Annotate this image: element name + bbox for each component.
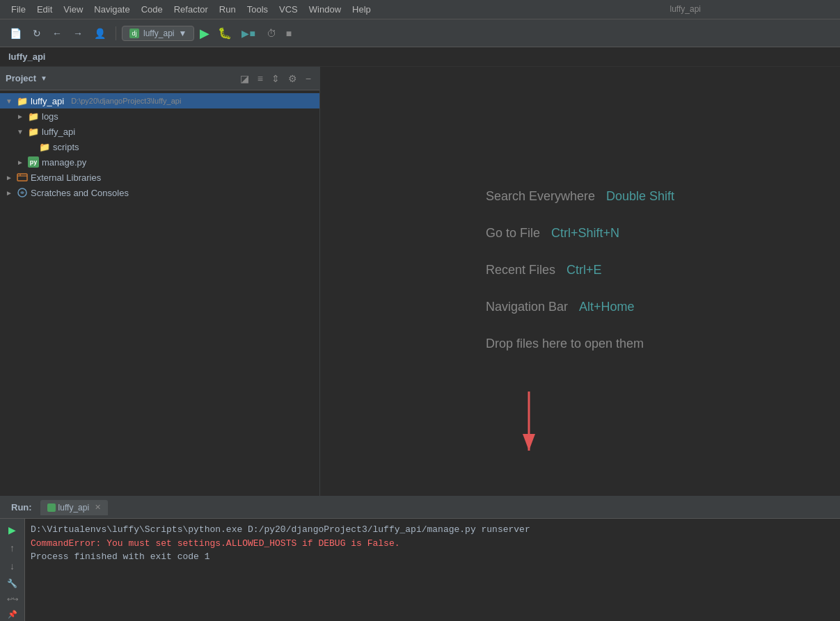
root-path: D:\py20\djangoProject3\luffy_api	[71, 97, 181, 105]
tree-ext-libs-item[interactable]: ► External Libraries	[0, 170, 319, 185]
scripts-folder-icon: 📁	[39, 141, 50, 152]
svg-rect-0	[17, 174, 27, 181]
luffy-folder-icon: 📁	[28, 126, 39, 137]
run-tab-luffy-api[interactable]: luffy_api ✕	[40, 500, 108, 515]
project-panel-title: Project	[6, 73, 36, 83]
sidebar-header-icons: ◪ ≡ ⇕ ⚙ −	[237, 72, 314, 86]
goto-file-label: Go to File	[486, 226, 540, 241]
drop-files-row: Drop files here to open them	[486, 337, 674, 351]
sidebar-scroll-icon[interactable]: ⇕	[269, 72, 283, 86]
menu-navigate[interactable]: Navigate	[88, 3, 135, 16]
sidebar-compact-icon[interactable]: ◪	[237, 72, 252, 86]
console-line-3: Process finished with exit code 1	[31, 550, 834, 564]
run-tab-django-icon	[47, 503, 56, 512]
goto-file-shortcut: Ctrl+Shift+N	[551, 226, 619, 241]
ext-libs-name: External Libraries	[31, 172, 101, 183]
run-config-chevron: ▼	[178, 29, 187, 38]
sidebar-equalize-icon[interactable]: ≡	[255, 72, 266, 86]
drop-files-text: Drop files here to open them	[486, 337, 644, 351]
soft-wrap-button[interactable]: ↩↪	[3, 592, 22, 606]
wrench-button[interactable]: 🔧	[3, 576, 22, 591]
logs-folder-icon: 📁	[28, 111, 39, 122]
forward-button[interactable]: →	[69, 25, 87, 42]
bottom-tab-bar: Run: luffy_api ✕	[0, 497, 840, 519]
root-name: luffy_api	[31, 96, 64, 106]
window-title-bar: luffy_api	[0, 47, 840, 67]
menu-edit[interactable]: Edit	[31, 3, 58, 16]
back-button[interactable]: ←	[48, 25, 66, 42]
debug-button[interactable]: 🐛	[215, 25, 235, 41]
editor-area: Search Everywhere Double Shift Go to Fil…	[320, 67, 840, 496]
tree-root-item[interactable]: ▼ 📁 luffy_api D:\py20\djangoProject3\luf…	[0, 93, 319, 108]
sidebar-close-icon[interactable]: −	[303, 72, 314, 86]
console-line-0: D:\Virtualenvs\luffy\Scripts\python.exe …	[31, 523, 834, 537]
menu-run[interactable]: Run	[214, 3, 241, 16]
menu-file[interactable]: File	[6, 3, 31, 16]
tree-manage-py-item[interactable]: ► py manage.py	[0, 154, 319, 170]
menu-help[interactable]: Help	[347, 3, 377, 16]
window-project-name: luffy_api	[8, 51, 45, 62]
scroll-down-button[interactable]: ↓	[3, 558, 22, 574]
root-chevron: ▼	[6, 97, 14, 105]
scratches-icon	[17, 187, 28, 198]
run-config-name: luffy_api	[143, 29, 174, 38]
tree-scripts-item[interactable]: ► 📁 scripts	[0, 139, 319, 154]
red-arrow-indicator	[487, 385, 571, 468]
new-file-button[interactable]: 📄	[6, 25, 26, 42]
project-tree: ▼ 📁 luffy_api D:\py20\djangoProject3\luf…	[0, 90, 319, 203]
nav-bar-shortcut: Alt+Home	[579, 300, 635, 314]
console-output: D:\Virtualenvs\luffy\Scripts\python.exe …	[0, 519, 840, 621]
vcs-button[interactable]: 👤	[90, 25, 110, 42]
menu-view[interactable]: View	[58, 3, 88, 16]
scratches-chevron: ►	[6, 189, 14, 197]
manage-py-name: manage.py	[42, 157, 86, 168]
luffy-chevron: ▼	[17, 128, 25, 136]
run-button[interactable]: ▶	[197, 24, 212, 42]
nav-bar-row: Navigation Bar Alt+Home	[486, 300, 674, 314]
run-panel-label: Run:	[6, 502, 38, 513]
project-panel-header: Project ▼ ◪ ≡ ⇕ ⚙ −	[0, 67, 319, 90]
recent-files-label: Recent Files	[486, 263, 555, 277]
profile-button[interactable]: ⏱	[262, 25, 280, 42]
toolbar-sep-1	[116, 26, 116, 40]
scripts-name: scripts	[53, 142, 79, 152]
run-tab-close-button[interactable]: ✕	[95, 503, 101, 512]
run-tab-name: luffy_api	[58, 503, 89, 513]
logs-chevron: ►	[17, 113, 25, 120]
recent-files-row: Recent Files Ctrl+E	[486, 263, 674, 277]
main-layout: Project ▼ ◪ ≡ ⇕ ⚙ − ▼ 📁 luffy_api D:\py2…	[0, 67, 840, 496]
search-everywhere-row: Search Everywhere Double Shift	[486, 189, 674, 204]
luffy-name: luffy_api	[42, 127, 75, 137]
goto-file-row: Go to File Ctrl+Shift+N	[486, 226, 674, 241]
nav-bar-label: Navigation Bar	[486, 300, 568, 314]
search-everywhere-label: Search Everywhere	[486, 189, 595, 204]
menu-tools[interactable]: Tools	[241, 3, 274, 16]
search-everywhere-shortcut: Double Shift	[606, 189, 674, 204]
sidebar-settings-icon[interactable]: ⚙	[285, 72, 300, 86]
console-line-1: CommandError: You must set settings.ALLO…	[31, 537, 834, 551]
tree-logs-item[interactable]: ► 📁 logs	[0, 108, 319, 124]
pin-button[interactable]: 📌	[3, 607, 22, 621]
coverage-button[interactable]: ▶■	[237, 25, 259, 42]
project-panel-chevron[interactable]: ▼	[40, 74, 47, 82]
run-play-button[interactable]: ▶	[3, 522, 22, 538]
menu-window[interactable]: Window	[303, 3, 347, 16]
bottom-panel: Run: luffy_api ✕ ▶ ↑ ↓ 🔧 ↩↪ 📌 D:\Virtual…	[0, 496, 840, 621]
sync-button[interactable]: ↻	[29, 25, 45, 42]
ext-libs-icon	[17, 172, 28, 183]
run-config-selector[interactable]: dj luffy_api ▼	[122, 26, 194, 41]
stop-button[interactable]: ■	[283, 26, 294, 40]
tree-luffy-api-item[interactable]: ▼ 📁 luffy_api	[0, 124, 319, 139]
logs-name: logs	[42, 111, 58, 122]
tree-scratches-item[interactable]: ► Scratches and Consoles	[0, 185, 319, 200]
welcome-content: Search Everywhere Double Shift Go to Fil…	[486, 189, 674, 373]
manage-py-icon: py	[28, 156, 39, 168]
scroll-up-button[interactable]: ↑	[3, 540, 22, 556]
menu-refactor[interactable]: Refactor	[168, 3, 214, 16]
bottom-side-toolbar: ▶ ↑ ↓ 🔧 ↩↪ 📌	[0, 519, 25, 621]
manage-chevron: ►	[17, 159, 25, 166]
project-panel: Project ▼ ◪ ≡ ⇕ ⚙ − ▼ 📁 luffy_api D:\py2…	[0, 67, 320, 496]
menu-vcs[interactable]: VCS	[274, 3, 303, 16]
menu-code[interactable]: Code	[136, 3, 168, 16]
root-folder-icon: 📁	[17, 95, 28, 106]
